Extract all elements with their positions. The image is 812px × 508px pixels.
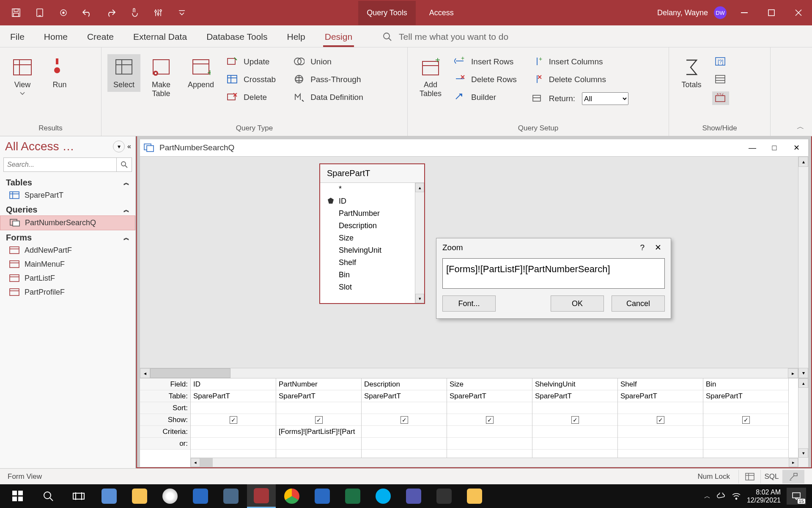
data-definition-button[interactable]: Data Definition: [291, 91, 366, 103]
qbe-field[interactable]: Bin: [703, 378, 788, 390]
qbe-table[interactable]: SparePartT: [447, 390, 532, 402]
qbe-col-2[interactable]: DescriptionSparePartT✓: [362, 378, 447, 467]
qbe-sort[interactable]: [362, 402, 447, 414]
qbe-criteria[interactable]: [447, 426, 532, 438]
qbe-col-3[interactable]: SizeSparePartT✓: [447, 378, 532, 467]
qbe-sort[interactable]: [703, 402, 788, 414]
taskbar-app-calculator[interactable]: [217, 484, 245, 508]
qbe-or[interactable]: [532, 438, 617, 450]
update-button[interactable]: Update: [224, 56, 278, 68]
tab-external-data[interactable]: External Data: [132, 28, 189, 47]
qbe-col-5[interactable]: ShelfSparePartT✓: [618, 378, 703, 467]
qbe-show[interactable]: ✓: [618, 414, 703, 426]
return-select[interactable]: All: [582, 92, 628, 105]
append-button[interactable]: + Append: [182, 54, 220, 92]
qbe-sort[interactable]: [447, 402, 532, 414]
qbe-sort[interactable]: [191, 402, 276, 414]
qbe-or[interactable]: [191, 438, 276, 450]
qbe-show[interactable]: ✓: [362, 414, 447, 426]
minimize-button[interactable]: [731, 0, 758, 25]
tray-wifi-icon[interactable]: [732, 492, 741, 500]
qbe-table[interactable]: SparePartT: [618, 390, 703, 402]
design-vscrollbar[interactable]: ▴▾: [798, 157, 808, 378]
view-sql-button[interactable]: SQL: [760, 470, 782, 483]
circle-icon[interactable]: [58, 7, 69, 19]
table-field-list[interactable]: SparePartT * ID PartNumber Description S…: [319, 163, 425, 304]
nav-category-forms[interactable]: Forms︽: [0, 230, 135, 243]
taskbar-app-debug[interactable]: [430, 484, 458, 508]
taskbar-app-explorer[interactable]: [125, 484, 154, 508]
collapse-ribbon-icon[interactable]: ︿: [797, 121, 804, 132]
field-bin[interactable]: Bin: [320, 269, 424, 281]
qbe-criteria[interactable]: [191, 426, 276, 438]
qat-more-icon[interactable]: [176, 7, 188, 19]
field-shelvingunit[interactable]: ShelvingUnit: [320, 244, 424, 257]
tell-me-box[interactable]: Tell me what you want to do: [383, 32, 508, 47]
qbe-table[interactable]: SparePartT: [191, 390, 276, 402]
field-list-scrollbar[interactable]: ▴▾: [415, 183, 424, 303]
nav-item-sparepartt[interactable]: SparePartT: [0, 188, 135, 202]
close-button[interactable]: [785, 0, 812, 25]
field-star[interactable]: *: [320, 183, 424, 195]
add-tables-button[interactable]: + Add Tables: [414, 54, 447, 101]
qbe-hscrollbar[interactable]: ◂▸: [191, 458, 798, 467]
qbe-or[interactable]: [618, 438, 703, 450]
pass-through-button[interactable]: Pass-Through: [291, 74, 366, 86]
qbe-criteria[interactable]: [703, 426, 788, 438]
tab-home[interactable]: Home: [42, 28, 69, 47]
qbe-col-4[interactable]: ShelvingUnitSparePartT✓: [532, 378, 618, 467]
qbe-field[interactable]: ShelvingUnit: [532, 378, 617, 390]
qbe-field[interactable]: ID: [191, 378, 276, 390]
qbe-grid[interactable]: Field: Table: Sort: Show: Criteria: or: …: [140, 378, 809, 467]
qbe-table[interactable]: SparePartT: [362, 390, 447, 402]
zoom-ok-button[interactable]: OK: [551, 295, 604, 312]
qbe-col-6[interactable]: BinSparePartT✓: [703, 378, 789, 467]
qbe-field[interactable]: PartNumber: [276, 378, 361, 390]
nav-title[interactable]: All Access …: [5, 140, 110, 153]
nav-item-partprofilef[interactable]: PartProfileF: [0, 285, 135, 299]
redo-icon[interactable]: [105, 7, 117, 19]
qbe-show[interactable]: ✓: [532, 414, 617, 426]
task-view-button[interactable]: [64, 484, 93, 508]
zoom-font-button[interactable]: Font...: [442, 295, 496, 312]
doc-minimize-button[interactable]: —: [744, 141, 761, 154]
select-query-button[interactable]: Select: [107, 54, 140, 92]
zoom-text-input[interactable]: [Forms]![PartListF]![PartNumberSearch]: [442, 258, 665, 289]
property-sheet-button[interactable]: [712, 74, 729, 86]
nav-search-input[interactable]: [3, 157, 117, 172]
qbe-field[interactable]: Shelf: [618, 378, 703, 390]
field-slot[interactable]: Slot: [320, 281, 424, 293]
tab-file[interactable]: File: [8, 28, 26, 47]
qbe-table[interactable]: SparePartT: [703, 390, 788, 402]
maximize-button[interactable]: [758, 0, 785, 25]
qbe-criteria[interactable]: [618, 426, 703, 438]
totals-button[interactable]: Totals: [675, 54, 708, 92]
nav-category-tables[interactable]: Tables︽: [0, 175, 135, 188]
qbe-sort[interactable]: [276, 402, 361, 414]
insert-rows-button[interactable]: +Insert Rows: [452, 56, 519, 68]
qbe-show[interactable]: ✓: [276, 414, 361, 426]
taskbar-app-excel[interactable]: [338, 484, 367, 508]
tab-database-tools[interactable]: Database Tools: [205, 28, 269, 47]
run-button[interactable]: Run: [43, 54, 76, 92]
qbe-vscrollbar[interactable]: ▴▾: [798, 378, 808, 467]
tab-help[interactable]: Help: [285, 28, 307, 47]
make-table-button[interactable]: Make Table: [145, 54, 178, 101]
system-tray[interactable]: ︿ 8:02 AM12/29/2021 15: [704, 488, 809, 505]
qbe-col-0[interactable]: IDSparePartT✓: [191, 378, 276, 467]
context-tab-label[interactable]: Query Tools: [358, 1, 416, 25]
tray-chevron-icon[interactable]: ︿: [704, 492, 710, 500]
taskbar-app-skype[interactable]: [369, 484, 398, 508]
view-datasheet-button[interactable]: [738, 470, 760, 483]
design-surface[interactable]: SparePartT * ID PartNumber Description S…: [140, 157, 809, 378]
qbe-sort[interactable]: [532, 402, 617, 414]
nav-item-partnumbersearchq[interactable]: PartNumberSearchQ: [0, 215, 135, 230]
nav-category-queries[interactable]: Queries︽: [0, 202, 135, 215]
qbe-field[interactable]: Description: [362, 378, 447, 390]
field-id[interactable]: ID: [320, 195, 424, 207]
nav-dropdown-icon[interactable]: ▾: [113, 141, 125, 152]
qbe-or[interactable]: [703, 438, 788, 450]
tray-cloud-icon[interactable]: [716, 493, 726, 500]
qbe-show[interactable]: ✓: [703, 414, 788, 426]
tab-create[interactable]: Create: [85, 28, 115, 47]
